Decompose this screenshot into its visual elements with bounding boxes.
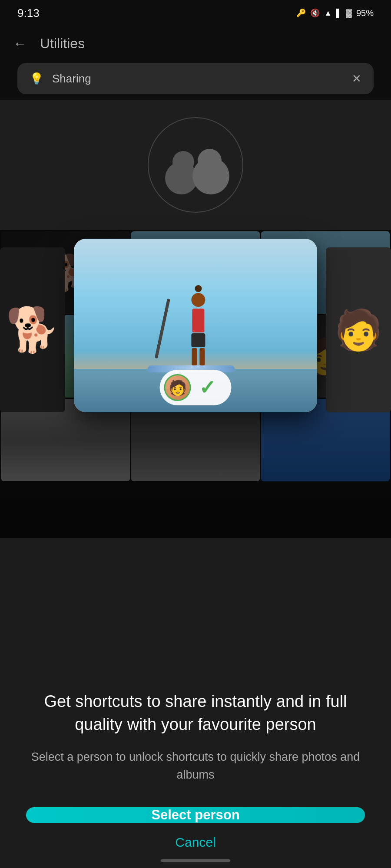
bottom-heading: Get shortcuts to share instantly and in … (26, 690, 365, 736)
modal-card: 🧑 ✓ (74, 239, 317, 412)
close-icon[interactable]: ✕ (352, 72, 361, 85)
signal-icon: ▌ (336, 9, 342, 18)
select-person-button[interactable]: Select person (26, 807, 365, 823)
cancel-button[interactable]: Cancel (175, 835, 215, 850)
person-badge-avatar: 🧑 (164, 374, 191, 401)
side-photo-left: 🐕 (0, 247, 65, 412)
home-indicator (161, 859, 230, 862)
mute-icon: 🔇 (310, 8, 320, 18)
bottom-subtext: Select a person to unlock shortcuts to q… (26, 748, 365, 783)
back-button[interactable]: ← (13, 36, 27, 52)
person-badge: 🧑 ✓ (160, 370, 232, 405)
key-icon: 🔑 (296, 8, 306, 18)
page-title: Utilities (40, 36, 85, 52)
battery-icon: ▓ (346, 9, 352, 18)
sharing-section (0, 100, 391, 230)
search-input[interactable]: Sharing (52, 72, 343, 85)
side-photo-right: 🧑 (326, 247, 391, 412)
person-badge-check: ✓ (199, 376, 216, 399)
status-time: 9:13 (17, 7, 40, 20)
status-icons: 🔑 🔇 ▲ ▌ ▓ 95% (296, 8, 374, 18)
bottom-sheet: Get shortcuts to share instantly and in … (0, 538, 391, 868)
wifi-icon: ▲ (324, 9, 332, 18)
battery-percent: 95% (356, 8, 374, 18)
search-icon: 💡 (30, 72, 43, 85)
